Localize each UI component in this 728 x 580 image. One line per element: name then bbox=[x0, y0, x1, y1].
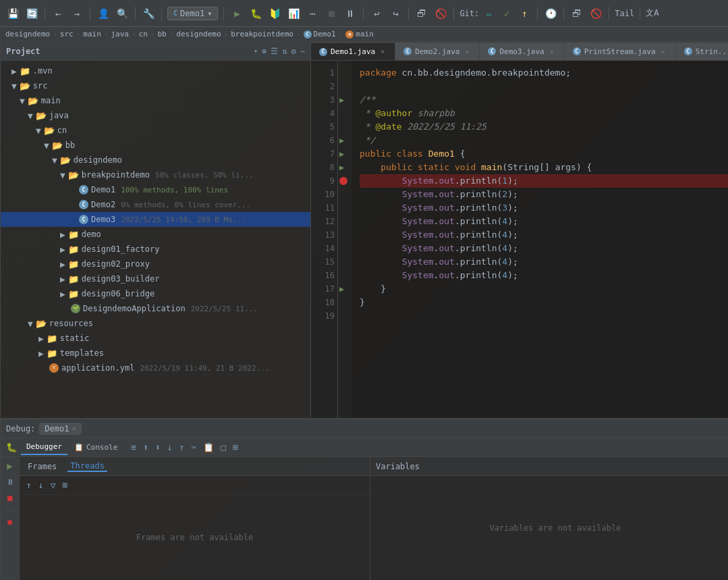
settings-icon[interactable]: ⚙ bbox=[291, 47, 296, 56]
more-run-icon[interactable]: ⋯ bbox=[305, 6, 320, 21]
window-icon[interactable]: 🗗 bbox=[414, 6, 429, 21]
forward-icon[interactable]: → bbox=[69, 6, 84, 21]
tab-frames[interactable]: Frames bbox=[25, 462, 59, 471]
tree-item-main[interactable]: ▼ 📂 main bbox=[1, 93, 310, 108]
tree-item-appyml[interactable]: Y application.yml 2022/5/19 11:49, 21 B … bbox=[1, 361, 310, 375]
tab-printstream[interactable]: C PrintStream.java × bbox=[565, 43, 676, 60]
debug-red-dot-icon[interactable]: ● bbox=[4, 516, 16, 528]
debug-session-tab[interactable]: Demo1 × bbox=[39, 423, 81, 435]
bc-breakpointdemo[interactable]: breakpointdemo bbox=[231, 30, 293, 38]
tree-item-mvn[interactable]: ▶ 📁 .mvn bbox=[1, 63, 310, 78]
tree-item-resources[interactable]: ▼ 📂 resources bbox=[1, 316, 310, 331]
tree-item-bb[interactable]: ▼ 📂 bb bbox=[1, 138, 310, 153]
tail-button[interactable]: Tail bbox=[615, 9, 634, 18]
tree-item-demo2[interactable]: C Demo2 0% methods, 0% lines cover... bbox=[1, 197, 310, 212]
code-line-9[interactable]: System.out.println(1); bbox=[360, 174, 728, 188]
bc-designdemo2[interactable]: designdemo bbox=[176, 30, 221, 38]
threads-more-icon[interactable]: ⊞ bbox=[61, 479, 69, 492]
bc-src[interactable]: src bbox=[60, 30, 74, 38]
tree-item-demo1[interactable]: C Demo1 100% methods, 100% lines bbox=[1, 182, 310, 197]
minimize-icon[interactable]: − bbox=[300, 47, 305, 56]
debug-copy-icon[interactable]: 📋 bbox=[202, 441, 215, 454]
profile-icon[interactable]: 📊 bbox=[286, 6, 301, 21]
tree-item-java[interactable]: ▼ 📂 java bbox=[1, 108, 310, 123]
tree-item-src[interactable]: ▼ 📂 src bbox=[1, 78, 310, 93]
back-icon[interactable]: ← bbox=[51, 6, 65, 21]
coverage-icon[interactable]: 🔰 bbox=[267, 6, 282, 21]
tab-debugger[interactable]: Debugger bbox=[21, 440, 67, 455]
no2-icon[interactable]: 🚫 bbox=[588, 6, 603, 21]
tree-item-cn[interactable]: ▼ 📂 cn bbox=[1, 123, 310, 138]
tree-item-d06[interactable]: ▶ 📁 design06_bridge bbox=[1, 286, 310, 301]
bc-java[interactable]: java bbox=[111, 30, 129, 38]
git-check-icon[interactable]: ✓ bbox=[499, 6, 514, 21]
sync-icon[interactable]: 🔄 bbox=[24, 6, 39, 21]
tab-demo3[interactable]: C Demo3.java × bbox=[480, 43, 564, 60]
project-dropdown-arrow[interactable]: ▾ bbox=[254, 47, 258, 55]
tab-close-ps[interactable]: × bbox=[659, 47, 667, 55]
git-push-icon[interactable]: ↑ bbox=[517, 6, 532, 21]
undo-icon[interactable]: ↩ bbox=[369, 6, 384, 21]
sort-icon[interactable]: ⇅ bbox=[282, 47, 287, 56]
debug-more-icon[interactable]: ⊞ bbox=[231, 441, 240, 454]
tab-close-demo1[interactable]: × bbox=[379, 48, 387, 56]
code-line-1[interactable]: package cn.bb.designdemo.breakpointdemo; bbox=[360, 66, 728, 80]
tree-item-demo3[interactable]: C Demo3 2022/5/25 14:58, 209 B Mo... bbox=[1, 212, 310, 227]
pause-play-icon[interactable]: ⏸ bbox=[343, 6, 358, 21]
threads-down-icon[interactable]: ↓ bbox=[37, 479, 45, 492]
tree-item-d03[interactable]: ▶ 📁 design03_builder bbox=[1, 271, 310, 286]
clock-icon[interactable]: 🕐 bbox=[543, 6, 558, 21]
stop-icon[interactable]: ⏹ bbox=[324, 6, 339, 21]
debug-close-icon[interactable]: × bbox=[72, 425, 76, 432]
collapse-icon[interactable]: ☰ bbox=[271, 47, 278, 56]
bc-main[interactable]: main bbox=[83, 30, 101, 38]
tree-item-designdemo[interactable]: ▼ 📂 designdemo bbox=[1, 153, 310, 167]
tab-demo1[interactable]: C Demo1.java × bbox=[311, 43, 395, 60]
debug-settings-icon[interactable]: ≡ bbox=[130, 441, 138, 454]
search-icon[interactable]: 🔍 bbox=[115, 6, 130, 21]
redo-icon[interactable]: ↪ bbox=[388, 6, 403, 21]
tab-console[interactable]: 📋 Console bbox=[69, 440, 123, 454]
debug-down-icon[interactable]: ⬇ bbox=[154, 441, 162, 454]
debug-down2-icon[interactable]: ↓ bbox=[166, 441, 174, 454]
tab-close-demo2[interactable]: × bbox=[463, 47, 471, 55]
run-icon[interactable]: ▶ bbox=[229, 6, 244, 21]
save-icon[interactable]: 💾 bbox=[5, 6, 20, 21]
debug-resume-icon[interactable]: ▶ bbox=[4, 460, 16, 472]
tree-item-breakpointdemo[interactable]: ▼ 📂 breakpointdemo 50% classes, 50% li..… bbox=[1, 167, 310, 182]
tab-threads[interactable]: Threads bbox=[67, 461, 107, 472]
window2-icon[interactable]: 🗗 bbox=[569, 6, 584, 21]
threads-up-icon[interactable]: ↑ bbox=[25, 479, 33, 492]
tree-item-d01[interactable]: ▶ 📁 design01_factory bbox=[1, 242, 310, 257]
git-pen-icon[interactable]: ✏ bbox=[482, 6, 497, 21]
bc-main-method[interactable]: m main bbox=[345, 30, 374, 38]
tab-strin[interactable]: C Strin... bbox=[676, 43, 728, 60]
debug-run-icon[interactable]: 🐛 bbox=[248, 6, 263, 21]
debug-filter-icon[interactable]: ✂ bbox=[190, 441, 198, 454]
debug-up-icon[interactable]: ⬆ bbox=[142, 441, 150, 454]
locate-icon[interactable]: ⊕ bbox=[262, 47, 267, 56]
debug-clear-icon[interactable]: □ bbox=[219, 441, 227, 454]
tab-demo2[interactable]: C Demo2.java × bbox=[395, 43, 480, 60]
bc-designdemo[interactable]: designdemo bbox=[5, 30, 50, 38]
debug-pause-icon[interactable]: ⏸ bbox=[4, 476, 16, 488]
translate-button[interactable]: 文A bbox=[646, 7, 659, 19]
no-icon[interactable]: 🚫 bbox=[433, 6, 448, 21]
debug-stop-icon[interactable]: ⏹ bbox=[4, 492, 16, 504]
tree-item-app[interactable]: 🌱 DesigndemoApplication 2022/5/25 11... bbox=[1, 301, 310, 316]
threads-filter-icon[interactable]: ▽ bbox=[49, 479, 57, 492]
breakpoint-dot[interactable] bbox=[339, 177, 347, 185]
tool-icon[interactable]: 🔧 bbox=[141, 6, 156, 21]
tree-item-templates[interactable]: ▶ 📁 templates bbox=[1, 346, 310, 361]
g-9[interactable] bbox=[339, 174, 350, 188]
tab-close-demo3[interactable]: × bbox=[548, 47, 556, 55]
bc-bb[interactable]: bb bbox=[157, 30, 166, 38]
vcs-icon[interactable]: 👤 bbox=[96, 6, 111, 21]
tree-item-static[interactable]: ▶ 📁 static bbox=[1, 331, 310, 346]
bc-demo1[interactable]: C Demo1 bbox=[304, 30, 336, 38]
debug-up2-icon[interactable]: ↑ bbox=[178, 441, 186, 454]
tree-item-d02[interactable]: ▶ 📁 design02_proxy bbox=[1, 257, 310, 271]
tree-item-demo[interactable]: ▶ 📁 demo bbox=[1, 227, 310, 242]
project-dropdown[interactable]: C Demo1 ▾ bbox=[167, 7, 218, 20]
bc-cn[interactable]: cn bbox=[139, 30, 148, 38]
